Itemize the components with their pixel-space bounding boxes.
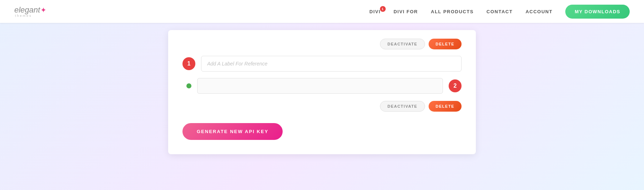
nav-item-divi-for[interactable]: DIVI FOR (394, 9, 418, 14)
top-deactivate-button[interactable]: DEACTIVATE (380, 39, 425, 49)
generate-api-key-button[interactable]: GENERATE NEW API KEY (182, 123, 283, 140)
bottom-deactivate-button[interactable]: DEACTIVATE (380, 101, 425, 112)
nav-item-contact[interactable]: CONTACT (487, 9, 513, 14)
header: elegant ✦ themes DIVI 1 DIVI FOR ALL PRO… (0, 0, 644, 23)
my-downloads-button[interactable]: MY DOWNLOADS (565, 5, 630, 19)
status-dot-icon (186, 83, 191, 88)
api-key-card: DEACTIVATE DELETE 1 2 DEACTIVATE DELETE … (168, 30, 476, 154)
main-background: DEACTIVATE DELETE 1 2 DEACTIVATE DELETE … (0, 23, 644, 190)
api-key-input[interactable] (197, 78, 443, 94)
top-action-row: DEACTIVATE DELETE (182, 39, 462, 49)
label-input[interactable] (201, 56, 462, 72)
logo[interactable]: elegant ✦ themes (14, 5, 47, 18)
nav-item-all-products[interactable]: ALL PRODUCTS (431, 9, 474, 14)
label-row: 1 (182, 56, 462, 72)
step-2-badge: 2 (449, 79, 462, 92)
divi-badge: 1 (380, 6, 386, 12)
bottom-action-row: DEACTIVATE DELETE (182, 101, 462, 112)
main-nav: DIVI 1 DIVI FOR ALL PRODUCTS CONTACT ACC… (370, 5, 630, 19)
logo-sub: themes (15, 14, 32, 18)
logo-brand: elegant (14, 5, 40, 15)
step-1-badge: 1 (182, 57, 195, 70)
logo-star-icon: ✦ (40, 6, 47, 14)
top-delete-button[interactable]: DELETE (429, 39, 462, 49)
nav-item-divi[interactable]: DIVI 1 (370, 9, 381, 14)
nav-item-account[interactable]: ACCOUNT (526, 9, 553, 14)
api-key-row: 2 (182, 78, 462, 94)
bottom-delete-button[interactable]: DELETE (429, 101, 462, 112)
generate-row: GENERATE NEW API KEY (182, 118, 462, 140)
